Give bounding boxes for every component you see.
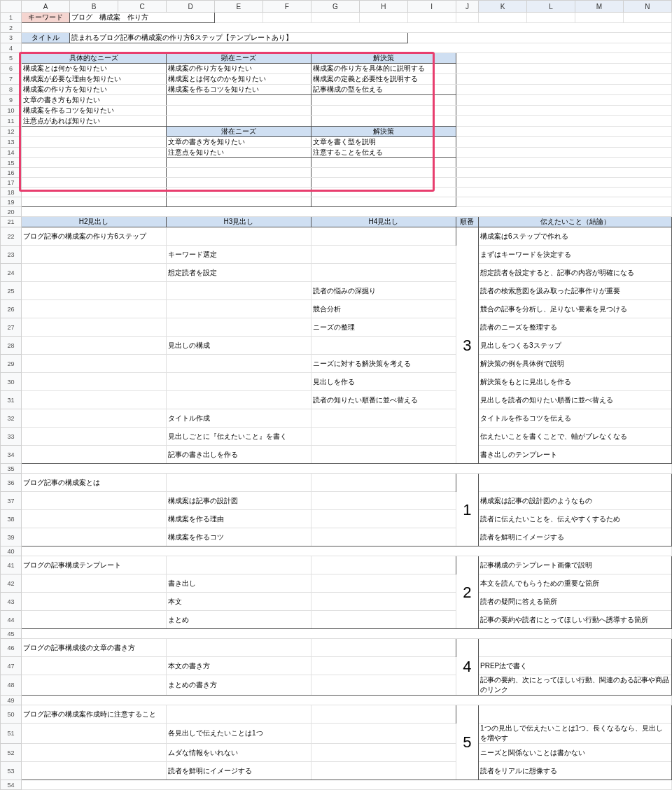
outline-h3-cell[interactable]: まとめの書き方 xyxy=(167,675,312,696)
outline-msg-cell[interactable]: まずはキーワードを決定する xyxy=(479,246,672,264)
cell[interactable] xyxy=(22,464,672,474)
outline-h2-cell[interactable] xyxy=(22,318,167,337)
outline-h3-cell[interactable] xyxy=(167,355,312,373)
row-header[interactable]: 16 xyxy=(1,168,22,178)
row-header[interactable]: 19 xyxy=(1,197,22,207)
outline-h4-cell[interactable] xyxy=(311,639,456,657)
need-cell[interactable]: 構成案を作るコツを知りたい xyxy=(167,85,312,95)
cell[interactable] xyxy=(311,116,456,127)
outline-order-cell[interactable]: 5 xyxy=(456,705,478,780)
outline-order-cell[interactable]: 1 xyxy=(456,474,478,546)
cell[interactable] xyxy=(22,23,672,33)
outline-msg-cell[interactable]: 伝えたいことを書くことで、軸がブレなくなる xyxy=(479,428,672,446)
cell[interactable] xyxy=(311,158,456,168)
col-header[interactable]: C xyxy=(118,1,167,13)
outline-h2-cell[interactable] xyxy=(22,724,167,744)
col-header[interactable]: I xyxy=(407,1,456,13)
cell[interactable] xyxy=(167,168,312,178)
row-header[interactable]: 24 xyxy=(1,264,22,282)
cell[interactable] xyxy=(311,188,456,197)
outline-h2-cell[interactable] xyxy=(22,428,167,446)
cell[interactable] xyxy=(22,197,167,207)
col-header[interactable]: J xyxy=(456,1,478,13)
outline-msg-cell[interactable]: 記事の要約、次にとってほしい行動、関連のある記事や商品のリンク xyxy=(479,675,672,696)
outline-h2-cell[interactable] xyxy=(22,611,167,629)
row-header[interactable]: 47 xyxy=(1,657,22,675)
outline-msg-cell[interactable]: 解決策の例を具体例で説明 xyxy=(479,355,672,373)
outline-msg-cell[interactable]: 構成案は6ステップで作れる xyxy=(479,227,672,246)
row-header[interactable]: 31 xyxy=(1,391,22,409)
row-header[interactable]: 9 xyxy=(1,95,22,106)
row-header[interactable]: 11 xyxy=(1,116,22,127)
row-header[interactable]: 13 xyxy=(1,137,22,148)
outline-h3-cell[interactable]: キーワード選定 xyxy=(167,246,312,264)
outline-h3-cell[interactable]: 想定読者を設定 xyxy=(167,264,312,282)
column-header-row[interactable]: A B C D E F G H I J K L M N xyxy=(1,1,672,13)
cell[interactable] xyxy=(311,197,456,207)
row-header[interactable]: 17 xyxy=(1,178,22,188)
outline-msg-cell[interactable]: PREP法で書く xyxy=(479,657,672,675)
cell[interactable] xyxy=(407,13,456,23)
outline-h4-cell[interactable] xyxy=(311,762,456,780)
cell[interactable] xyxy=(359,13,407,23)
cell[interactable] xyxy=(456,116,671,127)
outline-msg-cell[interactable]: 書き出しのテンプレート xyxy=(479,446,672,464)
cell[interactable] xyxy=(167,116,312,127)
row-header[interactable]: 29 xyxy=(1,355,22,373)
need-cell[interactable]: 記事構成の型を伝える xyxy=(311,85,456,95)
row-header[interactable]: 1 xyxy=(1,13,22,23)
outline-h4-cell[interactable]: ニーズの整理 xyxy=(311,318,456,337)
outline-msg-cell[interactable]: 本文を読んでもらうための重要な箇所 xyxy=(479,574,672,593)
cell[interactable] xyxy=(623,13,671,23)
outline-h3-cell[interactable]: 見出しごとに『伝えたいこと』を書く xyxy=(167,428,312,446)
outline-msg-cell[interactable]: 構成案は記事の設計図のようなもの xyxy=(479,492,672,510)
need-cell[interactable]: 構成案の作り方を知りたい xyxy=(167,64,312,74)
outline-h3-cell[interactable]: 見出しの構成 xyxy=(167,337,312,355)
row-header[interactable]: 7 xyxy=(1,74,22,85)
outline-msg-cell[interactable]: 記事構成のテンプレート画像で説明 xyxy=(479,556,672,574)
outline-order-header[interactable]: 順番 xyxy=(456,217,478,227)
outline-h3-cell[interactable]: 書き出し xyxy=(167,574,312,593)
row-header[interactable]: 10 xyxy=(1,106,22,116)
row-header[interactable]: 45 xyxy=(1,629,22,639)
outline-h3-cell[interactable]: 構成案は記事の設計図 xyxy=(167,492,312,510)
need-cell[interactable]: 構成案とは何なのかを知りたい xyxy=(167,74,312,85)
outline-msg-cell[interactable]: 1つの見出しで伝えたいことは1つ。長くなるなら、見出しを増やす xyxy=(479,724,672,744)
corner-cell[interactable] xyxy=(1,1,22,13)
outline-h3-cell[interactable] xyxy=(167,391,312,409)
outline-h4-cell[interactable] xyxy=(311,337,456,355)
spreadsheet-grid[interactable]: A B C D E F G H I J K L M N 1 キーワード ブログ … xyxy=(0,0,672,790)
outline-msg-cell[interactable]: 読者の検索意図を汲み取った記事作りが重要 xyxy=(479,282,672,300)
outline-msg-cell[interactable]: タイトルを作るコツを伝える xyxy=(479,409,672,428)
row-header[interactable]: 39 xyxy=(1,528,22,546)
outline-h4-cell[interactable]: 見出しを作る xyxy=(311,373,456,391)
outline-h2-cell[interactable] xyxy=(22,657,167,675)
outline-h2-cell[interactable]: ブログ記事の構成案の作り方6ステップ xyxy=(22,227,167,246)
outline-order-cell[interactable]: 3 xyxy=(456,227,478,464)
outline-h3-cell[interactable] xyxy=(167,373,312,391)
col-header-selected[interactable]: N xyxy=(623,1,671,13)
row-header[interactable]: 26 xyxy=(1,300,22,318)
outline-msg-cell[interactable] xyxy=(479,639,672,657)
row-header[interactable]: 54 xyxy=(1,780,22,790)
need-cell[interactable]: 構成案を作るコツを知りたい xyxy=(22,106,167,116)
need-cell[interactable]: 構成案とは何かを知りたい xyxy=(22,64,167,74)
outline-h3-cell[interactable]: 各見出しで伝えたいことは1つ xyxy=(167,724,312,744)
outline-order-cell[interactable]: 2 xyxy=(456,556,478,629)
cell[interactable] xyxy=(456,197,671,207)
row-header[interactable]: 51 xyxy=(1,724,22,744)
outline-h2-cell[interactable] xyxy=(22,391,167,409)
latent-cell[interactable]: 文章を書く型を説明 xyxy=(311,137,456,148)
latent-cell[interactable]: 注意点を知りたい xyxy=(167,148,312,158)
title-value[interactable]: 読まれるブログ記事の構成案の作り方6ステップ【テンプレートあり】 xyxy=(70,33,408,43)
outline-h4-cell[interactable] xyxy=(311,744,456,762)
outline-h2-cell[interactable] xyxy=(22,409,167,428)
row-header[interactable]: 48 xyxy=(1,675,22,696)
cell[interactable] xyxy=(167,106,312,116)
cell[interactable] xyxy=(262,13,311,23)
outline-msg-cell[interactable]: 読者の疑問に答える箇所 xyxy=(479,593,672,611)
outline-h3-cell[interactable] xyxy=(167,227,312,246)
row-header[interactable]: 23 xyxy=(1,246,22,264)
outline-msg-cell[interactable]: 見出しを読者の知りたい順番に並べ替える xyxy=(479,391,672,409)
outline-h2-cell[interactable] xyxy=(22,744,167,762)
